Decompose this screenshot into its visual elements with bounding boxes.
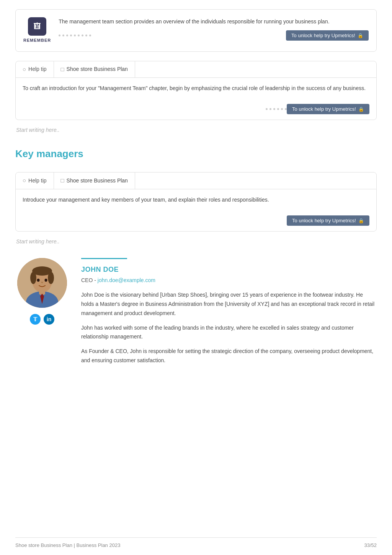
help-tip-icon-2: ○: [23, 176, 26, 185]
remember-icon-section: REMEMBER: [23, 17, 51, 44]
dot: [266, 108, 268, 110]
unlock-help-button-1[interactable]: To unlock help try Upmetrics! 🔒: [286, 30, 369, 41]
dots-row: [59, 34, 91, 36]
start-writing-2[interactable]: Start writing here..: [15, 238, 377, 246]
svg-point-8: [48, 272, 54, 284]
profile-bio-3: As Founder & CEO, John is responsible fo…: [81, 347, 377, 365]
svg-point-10: [45, 279, 47, 282]
plan-doc-icon-1: □: [61, 65, 64, 74]
remember-content: The management team section provides an …: [59, 17, 369, 41]
profile-divider: [81, 258, 127, 259]
tab-plan-label-2: Shoe store Business Plan: [67, 177, 128, 185]
profile-name: JOHN DOE: [81, 264, 377, 275]
profile-bio-1: John Doe is the visionary behind [Urban …: [81, 291, 377, 318]
profile-role: CEO - john.doe@example.com: [81, 276, 377, 284]
help-tip-card-1: ○ Help tip □ Shoe store Business Plan To…: [15, 61, 377, 120]
unlock-text-2: To unlock help try Upmetrics!: [292, 106, 356, 112]
help-tip-body-2: Introduce your management and key member…: [16, 189, 376, 215]
dot: [85, 34, 87, 36]
start-writing-1[interactable]: Start writing here..: [15, 126, 377, 134]
unlock-help-button-3[interactable]: To unlock help try Upmetrics! 🔒: [287, 215, 369, 226]
profile-bio-2: John has worked with some of the leading…: [81, 323, 377, 342]
help-tip-footer-1: To unlock help try Upmetrics! 🔒: [16, 104, 376, 120]
tab-help-tip-1[interactable]: ○ Help tip: [16, 61, 54, 78]
remember-box: REMEMBER The management team section pro…: [15, 9, 377, 52]
lock-icon-3: 🔒: [358, 218, 364, 223]
dot: [89, 34, 91, 36]
tab-help-tip-label-2: Help tip: [28, 177, 46, 185]
profile-left-column: 𝕋 in: [15, 258, 69, 371]
tab-plan-1[interactable]: □ Shoe store Business Plan: [54, 61, 135, 78]
dot: [74, 34, 76, 36]
tab-help-tip-label-1: Help tip: [28, 65, 46, 73]
remember-text: The management team section provides an …: [59, 17, 369, 26]
help-tip-header-1: ○ Help tip □ Shoe store Business Plan: [16, 61, 376, 78]
linkedin-letter: in: [47, 315, 51, 323]
help-tip-footer-2: To unlock help try Upmetrics! 🔒: [16, 215, 376, 231]
dot: [82, 34, 83, 36]
twitter-icon[interactable]: 𝕋: [30, 314, 41, 325]
dot: [78, 34, 80, 36]
help-tip-text-2: Introduce your management and key member…: [23, 195, 369, 204]
dot: [270, 108, 271, 110]
footer-page-number: 33/52: [364, 542, 377, 549]
profile-avatar: [17, 258, 67, 308]
dot: [277, 108, 279, 110]
help-tip-text-1: To craft an introduction for your "Manag…: [23, 84, 369, 92]
remember-label: REMEMBER: [23, 37, 51, 44]
lock-icon-1: 🔒: [358, 33, 363, 38]
key-managers-heading: Key managers: [15, 146, 377, 161]
svg-point-9: [37, 279, 40, 282]
social-icons: 𝕋 in: [30, 314, 54, 325]
dot: [66, 34, 68, 36]
twitter-letter: 𝕋: [33, 315, 37, 323]
lock-icon-2: 🔒: [358, 107, 364, 112]
profile-role-separator: -: [93, 277, 97, 283]
profile-role-text: CEO: [81, 277, 93, 283]
profile-email[interactable]: john.doe@example.com: [98, 277, 155, 283]
profile-section: 𝕋 in JOHN DOE CEO - john.doe@example.com…: [15, 258, 377, 371]
help-tip-icon-1: ○: [23, 65, 26, 74]
tab-plan-label-1: Shoe store Business Plan: [67, 65, 128, 73]
help-tip-body-1: To craft an introduction for your "Manag…: [16, 78, 376, 104]
unlock-help-button-2[interactable]: To unlock help try Upmetrics! 🔒: [287, 104, 369, 114]
help-tip-header-2: ○ Help tip □ Shoe store Business Plan: [16, 172, 376, 189]
unlock-text-1: To unlock help try Upmetrics!: [291, 33, 355, 38]
dot: [59, 34, 60, 36]
help-tip-card-2: ○ Help tip □ Shoe store Business Plan In…: [15, 172, 377, 232]
plan-doc-icon-2: □: [61, 176, 64, 185]
remember-footer: To unlock help try Upmetrics! 🔒: [59, 30, 369, 41]
dot: [62, 34, 64, 36]
svg-point-7: [30, 272, 36, 284]
footer-left-text: Shoe store Business Plan | Business Plan…: [15, 542, 120, 549]
page-footer: Shoe store Business Plan | Business Plan…: [15, 537, 377, 549]
linkedin-icon[interactable]: in: [44, 314, 54, 325]
dots-row-2: [266, 104, 287, 114]
dot: [281, 108, 283, 110]
avatar-svg: [17, 258, 67, 308]
profile-right-column: JOHN DOE CEO - john.doe@example.com John…: [81, 258, 377, 371]
remember-icon: [28, 17, 46, 36]
unlock-text-3: To unlock help try Upmetrics!: [292, 218, 356, 223]
dot: [70, 34, 72, 36]
tab-help-tip-2[interactable]: ○ Help tip: [16, 172, 54, 189]
tab-plan-2[interactable]: □ Shoe store Business Plan: [54, 172, 135, 189]
dot: [273, 108, 275, 110]
